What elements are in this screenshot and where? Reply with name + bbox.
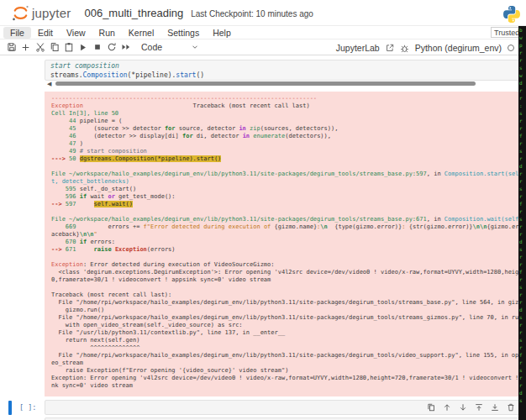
background-terminal-strip: b w p r r s w d r r : s r r f r s r d r …	[518, 26, 526, 420]
scissors-icon	[35, 42, 45, 52]
empty-cell-editor[interactable]	[45, 400, 523, 415]
insert-cell-button[interactable]	[18, 40, 33, 54]
arrow-down-icon	[459, 403, 467, 412]
paste-icon	[64, 42, 74, 52]
active-cell-indicator	[8, 401, 12, 415]
menu-settings[interactable]: Settings	[160, 27, 206, 39]
open-in-jupyterlab-link[interactable]: JupyterLab	[336, 43, 380, 53]
restart-icon	[107, 42, 117, 52]
hscroll-left-arrow-icon[interactable]: ◀	[47, 81, 51, 87]
code-cell-source: start compositionstreams.Composition(*pi…	[50, 61, 517, 80]
jupyter-wordmark: jupyter	[32, 6, 71, 20]
menubar: File Edit View Run Kernel Settings Help …	[0, 25, 526, 39]
menu-help[interactable]: Help	[206, 27, 238, 39]
kernel-status-icon[interactable]	[508, 45, 514, 51]
terminal-strip-text: b w p r r s w d r r : s r r f r s r d r …	[518, 26, 526, 404]
insert-above-icon	[475, 403, 483, 412]
menu-view[interactable]: View	[60, 27, 92, 39]
code-cell-hscrollbar: ◀	[45, 81, 523, 87]
fast-forward-icon	[121, 42, 131, 52]
arrow-up-icon	[443, 403, 451, 412]
debugger-bug-icon[interactable]	[400, 44, 409, 53]
move-cell-down-button[interactable]	[458, 402, 467, 412]
interrupt-kernel-button[interactable]	[90, 40, 104, 54]
cut-cells-button[interactable]	[33, 40, 47, 54]
jupyter-logo-icon	[12, 4, 29, 22]
empty-cell-prompt: [ ]:	[19, 403, 36, 412]
menu-kernel[interactable]: Kernel	[122, 27, 160, 39]
notebook-title[interactable]: 006_multi_threading	[84, 7, 183, 19]
error-traceback-output: ----------------------------------------…	[45, 92, 523, 396]
save-button[interactable]	[4, 40, 18, 54]
hscroll-thumb[interactable]	[55, 81, 476, 86]
move-cell-up-button[interactable]	[442, 402, 451, 412]
run-icon	[78, 43, 87, 52]
duplicate-cell-button[interactable]	[426, 402, 435, 412]
insert-below-icon	[491, 403, 499, 412]
cell-type-select[interactable]: Code	[141, 42, 162, 52]
delete-cell-button[interactable]	[506, 402, 515, 412]
copy-icon	[50, 42, 60, 52]
save-icon	[7, 42, 17, 52]
kernel-name[interactable]: Python (degirum_env)	[415, 43, 502, 53]
code-cell-editor[interactable]: start compositionstreams.Composition(*pi…	[45, 60, 523, 81]
trash-icon	[507, 403, 515, 412]
external-link-icon[interactable]	[386, 44, 394, 52]
traceback-text: ----------------------------------------…	[51, 95, 523, 390]
checkpoint-status: Last Checkpoint: 10 minutes ago	[191, 9, 313, 18]
restart-run-all-button[interactable]	[118, 40, 133, 54]
run-cell-button[interactable]	[76, 40, 90, 54]
jupyter-notebook-window: jupyter 006_multi_threading Last Checkpo…	[0, 0, 526, 420]
paste-cells-button[interactable]	[61, 40, 76, 54]
restart-kernel-button[interactable]	[104, 40, 118, 54]
cell-toolbar	[426, 402, 515, 412]
copy-cells-button[interactable]	[47, 40, 61, 54]
menu-file[interactable]: File	[3, 27, 31, 39]
insert-cell-below-button[interactable]	[490, 402, 499, 412]
notebook-toolbar: Code JupyterLab Python (degirum_env)	[0, 39, 526, 55]
titlebar: jupyter 006_multi_threading Last Checkpo…	[0, 0, 526, 25]
cell-type-chevron-icon[interactable]	[187, 40, 202, 54]
insert-cell-above-button[interactable]	[474, 402, 483, 412]
menu-run[interactable]: Run	[92, 27, 122, 39]
menu-edit[interactable]: Edit	[31, 27, 60, 39]
plus-icon	[21, 43, 30, 52]
duplicate-icon	[427, 403, 435, 412]
stop-icon	[93, 43, 102, 51]
jupyter-logo[interactable]: jupyter	[12, 4, 71, 22]
python-logo-icon	[502, 4, 522, 24]
